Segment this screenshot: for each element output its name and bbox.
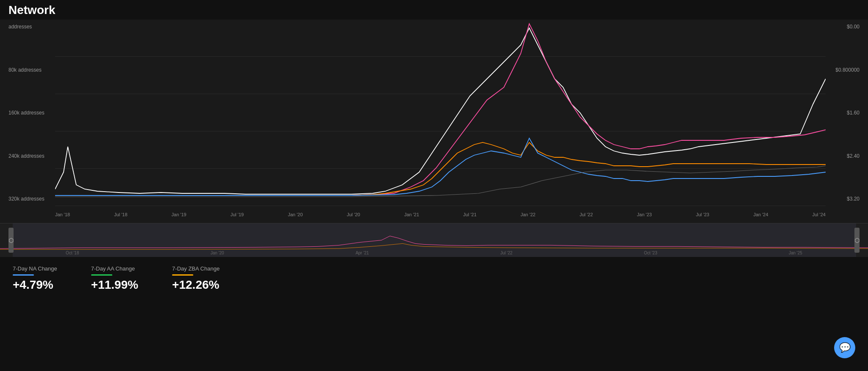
- navigator-inner: ⬡ ⬡ Oct '18 Jan '20 Apr '21 Jul '22 Oct …: [0, 223, 868, 257]
- navigator-handle-right[interactable]: ⬡: [854, 228, 860, 253]
- nav-label-2: Apr '21: [356, 251, 369, 255]
- x-axis: Jan '18 Jul '18 Jan '19 Jul '19 Jan '20 …: [55, 206, 826, 223]
- y-label-right-2: $1.60: [826, 110, 868, 116]
- nav-label-0: Oct '18: [66, 251, 79, 255]
- legend-area: 7-Day NA Change +4.79% 7-Day AA Change +…: [0, 257, 868, 300]
- y-label-0: 320k addresses: [0, 196, 55, 202]
- x-label-1: Jul '18: [114, 212, 127, 217]
- x-label-3: Jul '19: [231, 212, 244, 217]
- handle-left-icon: ⬡: [8, 237, 14, 244]
- page-header: Network: [0, 0, 868, 20]
- blue-line: [55, 138, 826, 195]
- chat-icon: 💬: [839, 342, 851, 353]
- chart-navigator[interactable]: ⬡ ⬡ Oct '18 Jan '20 Apr '21 Jul '22 Oct …: [0, 223, 868, 257]
- legend-header-0: 7-Day NA Change: [13, 265, 57, 272]
- handle-right-icon: ⬡: [854, 237, 860, 244]
- legend-label-1: 7-Day AA Change: [91, 265, 135, 272]
- legend-value-2: +12.26%: [172, 278, 220, 292]
- x-label-10: Jan '23: [637, 212, 652, 217]
- x-label-4: Jan '20: [288, 212, 303, 217]
- white-line: [55, 28, 826, 194]
- page-title: Network: [8, 3, 860, 17]
- chart-svg: [55, 20, 826, 206]
- legend-value-0: +4.79%: [13, 278, 57, 292]
- y-label-1: 240k addresses: [0, 153, 55, 159]
- y-label-4: addresses: [0, 24, 55, 30]
- x-label-8: Jan '22: [520, 212, 535, 217]
- x-label-9: Jul '22: [579, 212, 593, 217]
- nav-label-5: Jan '25: [789, 251, 802, 255]
- x-label-5: Jul '20: [347, 212, 360, 217]
- nav-label-4: Oct '23: [644, 251, 657, 255]
- navigator-labels: Oct '18 Jan '20 Apr '21 Jul '22 Oct '23 …: [0, 248, 868, 257]
- main-chart: 320k addresses 240k addresses 160k addre…: [0, 20, 868, 223]
- x-label-13: Jul '24: [812, 212, 826, 217]
- y-label-2: 160k addresses: [0, 110, 55, 116]
- nav-label-3: Jul '22: [501, 251, 513, 255]
- y-label-right-0: $3.20: [826, 196, 868, 202]
- legend-item-2: 7-Day ZBA Change +12.26%: [172, 265, 220, 292]
- orange-line: [55, 142, 826, 195]
- x-label-6: Jan '21: [404, 212, 419, 217]
- legend-item-1: 7-Day AA Change +11.99%: [91, 265, 138, 292]
- x-label-11: Jul '23: [696, 212, 709, 217]
- legend-header-1: 7-Day AA Change: [91, 265, 138, 272]
- chart-area: 320k addresses 240k addresses 160k addre…: [0, 20, 868, 223]
- x-label-2: Jan '19: [172, 212, 186, 217]
- y-label-right-4: $0.00: [826, 24, 868, 30]
- y-label-right-1: $2.40: [826, 153, 868, 159]
- y-label-3: 80k addresses: [0, 67, 55, 73]
- navigator-handle-left[interactable]: ⬡: [8, 228, 14, 253]
- legend-line-2: [172, 274, 193, 276]
- legend-label-0: 7-Day NA Change: [13, 265, 57, 272]
- legend-header-2: 7-Day ZBA Change: [172, 265, 220, 272]
- y-label-right-3: $0.800000: [826, 67, 868, 73]
- legend-line-0: [13, 274, 34, 276]
- chat-button[interactable]: 💬: [834, 337, 855, 358]
- legend-label-2: 7-Day ZBA Change: [172, 265, 220, 272]
- nav-label-1: Jan '20: [211, 251, 224, 255]
- legend-value-1: +11.99%: [91, 278, 138, 292]
- y-axis-left: 320k addresses 240k addresses 160k addre…: [0, 20, 55, 206]
- legend-item-0: 7-Day NA Change +4.79%: [13, 265, 57, 292]
- legend-line-1: [91, 274, 112, 276]
- x-label-12: Jan '24: [753, 212, 768, 217]
- x-label-7: Jul '21: [463, 212, 476, 217]
- y-axis-right: $3.20 $2.40 $1.60 $0.800000 $0.00: [826, 20, 868, 206]
- x-label-0: Jan '18: [55, 212, 70, 217]
